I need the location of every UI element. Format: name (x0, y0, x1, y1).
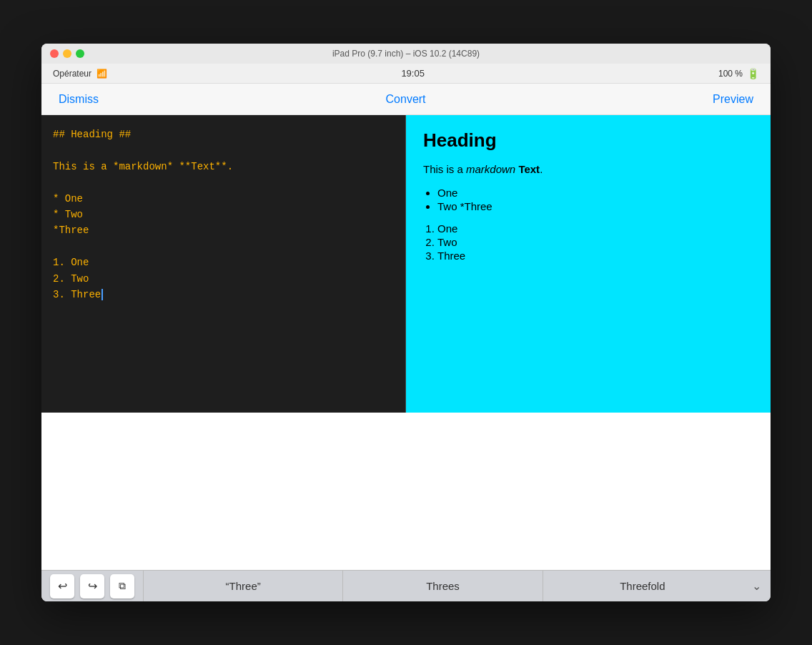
editor-line-6: * Two (53, 207, 394, 222)
redo-button[interactable]: ↪ (80, 574, 104, 599)
battery-icon: 🔋 (747, 68, 759, 79)
copy-button[interactable]: ⧉ (110, 574, 134, 599)
list-item: One (437, 187, 753, 199)
time-label: 19:05 (401, 68, 425, 79)
window-controls (50, 49, 84, 58)
preview-heading: Heading (423, 129, 753, 152)
preview-button[interactable]: Preview (707, 90, 759, 109)
status-bar: Opérateur 📶 19:05 100 % 🔋 (41, 64, 771, 84)
app-window: iPad Pro (9.7 inch) – iOS 10.2 (14C89) O… (41, 44, 771, 601)
list-item: One (437, 222, 753, 235)
chevron-down-button[interactable]: ⌄ (742, 571, 771, 602)
suggestions-list: “Three” Threes Threefold (143, 571, 742, 602)
close-button[interactable] (50, 49, 59, 58)
editor-line-10: 2. Two (53, 271, 394, 287)
editor-line-2 (53, 142, 394, 158)
wifi-icon: 📶 (96, 69, 107, 79)
editor-line-1: ## Heading ## (53, 127, 394, 142)
editor-line-8 (53, 239, 394, 255)
title-bar: iPad Pro (9.7 inch) – iOS 10.2 (14C89) (41, 44, 771, 64)
copy-icon: ⧉ (119, 580, 126, 592)
preview-paragraph: This is a markdown Text. (423, 162, 753, 178)
maximize-button[interactable] (76, 49, 84, 58)
operator-label: Opérateur 📶 (53, 69, 107, 79)
suggestions-bar: ↩ ↪ ⧉ “Three” Threes Threefold ⌄ (41, 570, 771, 601)
list-item: Two *Three (437, 200, 753, 212)
suggestion-2[interactable]: Threes (343, 571, 543, 602)
toolbar: Dismiss Convert Preview (41, 84, 771, 115)
editor-panel[interactable]: ## Heading ## This is a *markdown* **Tex… (41, 115, 406, 413)
redo-icon: ↪ (88, 579, 97, 593)
keyboard-area (41, 413, 771, 570)
dismiss-button[interactable]: Dismiss (53, 90, 104, 109)
suggestion-1[interactable]: “Three” (143, 571, 343, 602)
preview-unordered-list: One Two *Three (437, 187, 753, 212)
minimize-button[interactable] (63, 49, 71, 58)
editor-line-4 (53, 174, 394, 190)
preview-panel: Heading This is a markdown Text. One Two… (406, 115, 771, 413)
editor-line-9: 1. One (53, 255, 394, 270)
undo-button[interactable]: ↩ (50, 574, 74, 599)
chevron-down-icon: ⌄ (752, 579, 761, 593)
undo-icon: ↩ (58, 579, 67, 593)
editor-line-3: This is a *markdown* **Text**. (53, 159, 394, 174)
window-title: iPad Pro (9.7 inch) – iOS 10.2 (14C89) (332, 49, 480, 59)
main-content: ## Heading ## This is a *markdown* **Tex… (41, 115, 771, 413)
convert-button[interactable]: Convert (380, 90, 432, 109)
keyboard-actions: ↩ ↪ ⧉ (41, 574, 143, 599)
suggestion-3[interactable]: Threefold (543, 571, 742, 602)
preview-ordered-list: One Two Three (437, 222, 753, 262)
editor-line-11: 3. Three (53, 287, 394, 302)
list-item: Three (437, 250, 753, 262)
battery-label: 100 % 🔋 (718, 68, 759, 79)
editor-line-7: *Three (53, 222, 394, 238)
list-item: Two (437, 236, 753, 248)
editor-line-5: * One (53, 191, 394, 207)
